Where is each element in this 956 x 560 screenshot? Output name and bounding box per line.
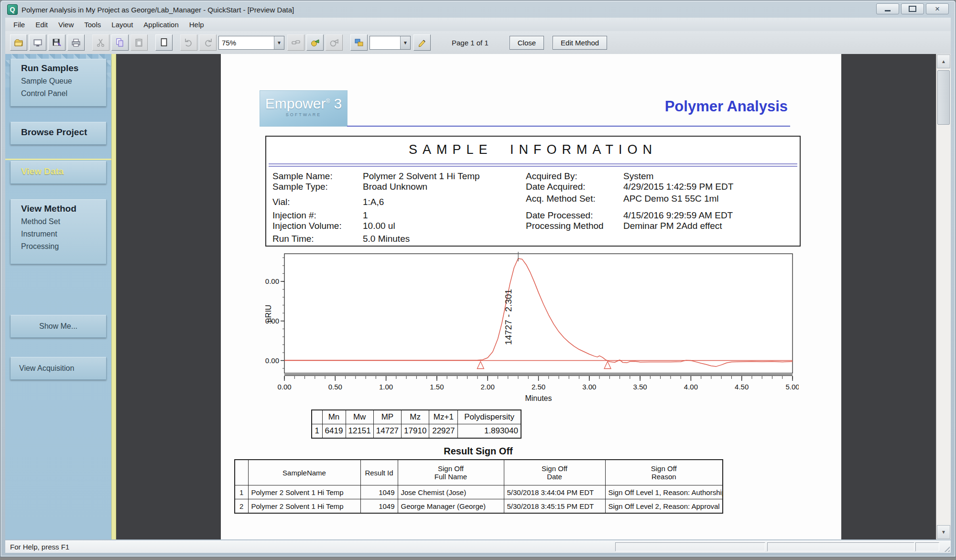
logo-mark: ® [326, 98, 330, 105]
table-row: 1 Polymer 2 Solvent 1 Hi Temp 1049 Jose … [235, 485, 723, 499]
save-as-icon [52, 37, 62, 48]
undo-button[interactable] [180, 34, 197, 51]
cell-sample-name: Polymer 2 Solvent 1 Hi Temp [248, 499, 360, 514]
cell-mw: 12151 [346, 424, 373, 439]
sidebar-item-instrument[interactable]: Instrument [11, 228, 106, 240]
gpc-results-table: Mn Mw MP Mz Mz+1 Polydispersity 1 6419 1… [311, 409, 521, 439]
menu-edit[interactable]: Edit [30, 19, 53, 30]
annotate-button[interactable] [413, 34, 431, 51]
close-preview-button[interactable]: Close [510, 36, 544, 50]
edit-method-button[interactable]: Edit Method [553, 36, 607, 50]
table-row: 1 6419 12151 14727 17910 22927 1.893040 [312, 424, 521, 439]
header-cell [312, 410, 322, 424]
header-cell: MP [373, 410, 401, 424]
copy-method-button[interactable] [326, 34, 343, 51]
copy-button[interactable] [111, 34, 129, 51]
sidebar-run-samples-title[interactable]: Run Samples [11, 59, 106, 75]
copy-method-icon [329, 37, 339, 48]
show-me-button[interactable]: Show Me... [10, 315, 107, 338]
menu-application[interactable]: Application [138, 19, 184, 30]
scale-select[interactable]: ▼ [369, 36, 411, 50]
sidebar-browse-project-title[interactable]: Browse Project [11, 122, 106, 139]
maximize-button[interactable] [901, 3, 924, 14]
field-value: 4/15/2016 9:29:59 AM EDT [623, 210, 733, 221]
scale-value [370, 42, 400, 43]
view-acquisition-label: View Acquisition [19, 364, 74, 373]
sidebar-item-method-set[interactable]: Method Set [11, 215, 106, 228]
background-photo-strip [0, 556, 956, 560]
menu-tools[interactable]: Tools [79, 19, 106, 30]
sidebar-group-browse-project[interactable]: Browse Project [10, 122, 107, 145]
publish-icon [354, 37, 364, 48]
menu-file[interactable]: File [8, 19, 30, 30]
field-label: Date Acquired: [526, 182, 586, 192]
sidebar-divider [111, 54, 116, 539]
save-as-button[interactable] [48, 34, 65, 51]
vertical-scrollbar[interactable]: ▲ ▼ [936, 54, 951, 539]
field-label: Run Time: [272, 234, 314, 244]
field-value: System [623, 171, 653, 182]
header-cell: Sign Off Date [504, 460, 605, 485]
header-cell: Mn [322, 410, 346, 424]
result-sign-off-table: SampleName Result Id Sign Off Full Name … [234, 459, 723, 514]
menu-view[interactable]: View [53, 19, 79, 30]
zoom-select[interactable]: 75% ▼ [218, 36, 284, 50]
print-button[interactable] [67, 34, 85, 51]
report-view-button[interactable] [29, 34, 46, 51]
field-label: Date Processed: [526, 210, 593, 221]
scrollbar-thumb[interactable] [937, 70, 950, 125]
redo-button[interactable] [199, 34, 217, 51]
view-acquisition-button[interactable]: View Acquisition [10, 357, 107, 380]
header-cell [235, 460, 248, 485]
field-label: Acquired By: [526, 171, 577, 182]
cell-result-id: 1049 [360, 499, 398, 514]
minimize-icon [885, 10, 891, 11]
close-icon: × [935, 5, 940, 13]
view-method-button[interactable] [306, 34, 324, 51]
sidebar-item-control-panel[interactable]: Control Panel [11, 87, 106, 100]
sidebar-group-view-data[interactable]: View Data [10, 161, 107, 184]
resize-grip[interactable] [943, 545, 950, 552]
field-label: Vial: [272, 197, 290, 207]
sample-information-box: SAMPLE INFORMATION Sample Name: Polymer … [265, 136, 801, 247]
link-method-button[interactable] [287, 34, 304, 51]
chromatogram: 0.0010.0020.00µRIU0.000.501.001.502.002.… [265, 248, 799, 407]
scroll-down-button[interactable]: ▼ [937, 525, 950, 539]
open-folder-icon [13, 37, 24, 48]
preview-pane: Empower® 3 SOFTWARE Polymer Analysis SAM… [116, 54, 951, 539]
app-icon: Q [7, 4, 18, 15]
status-message: For Help, press F1 [10, 543, 69, 551]
paste-button[interactable] [130, 34, 148, 51]
page-layout-button[interactable] [155, 34, 173, 51]
svg-text:20.00: 20.00 [265, 277, 279, 285]
sidebar-item-processing[interactable]: Processing [11, 240, 106, 253]
field-value: 1:A,6 [363, 197, 384, 207]
svg-text:3.00: 3.00 [582, 383, 596, 391]
undo-arrow-icon [184, 37, 194, 48]
minimize-button[interactable] [876, 3, 899, 14]
arrow-up-icon: ▲ [941, 59, 946, 64]
empower-logo: Empower® 3 SOFTWARE [260, 90, 348, 127]
field-value: APC Demo S1 55C 1ml [623, 194, 719, 204]
sidebar-view-data-title[interactable]: View Data [11, 162, 106, 178]
scroll-up-button[interactable]: ▲ [937, 54, 950, 68]
menu-help[interactable]: Help [184, 19, 209, 30]
table-header-row: SampleName Result Id Sign Off Full Name … [235, 460, 723, 485]
cut-button[interactable] [92, 34, 109, 51]
open-button[interactable] [10, 34, 27, 51]
titlebar: Q Polymer Analysis in My Project as Geor… [3, 2, 953, 17]
zoom-dropdown-arrow-icon[interactable]: ▼ [274, 36, 284, 49]
close-button[interactable]: × [926, 3, 949, 14]
status-pane [615, 542, 765, 551]
scale-dropdown-arrow-icon[interactable]: ▼ [400, 36, 410, 49]
sidebar-view-method-title[interactable]: View Method [11, 200, 106, 215]
field-value: Deminar PM 2Add effect [623, 221, 722, 231]
menu-layout[interactable]: Layout [106, 19, 138, 30]
sidebar-group-run-samples[interactable]: Run Samples Sample Queue Control Panel [10, 59, 107, 107]
sidebar-group-view-method[interactable]: View Method Method Set Instrument Proces… [10, 199, 107, 264]
publish-button[interactable] [350, 34, 368, 51]
svg-text:14727 - 2.301: 14727 - 2.301 [503, 289, 513, 345]
svg-text:0.50: 0.50 [328, 383, 342, 391]
sidebar-item-sample-queue[interactable]: Sample Queue [11, 75, 106, 87]
result-sign-off-title: Result Sign Off [234, 446, 722, 457]
